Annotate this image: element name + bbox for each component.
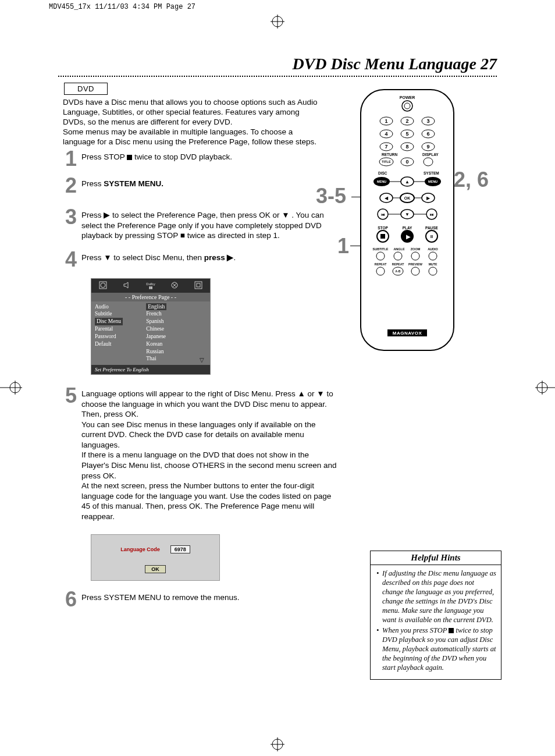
svg-text:DISC: DISC: [378, 171, 387, 175]
preference-page-osd: Dolby▮▮ - - Preference Page - - Audio Su…: [91, 278, 211, 375]
triangle-down-icon: ▽: [200, 356, 204, 364]
svg-text:AUDIO: AUDIO: [428, 247, 438, 251]
osd-footer: Set Preference To English: [91, 365, 210, 374]
osd-item: Default: [95, 340, 146, 348]
step-text: Press ▶ to select the Preference Page, t…: [81, 207, 337, 241]
osd-item: Password: [95, 333, 146, 340]
svg-rect-77: [380, 234, 385, 239]
svg-text:7: 7: [385, 144, 387, 150]
globe-icon: [99, 281, 107, 290]
stop-icon: [127, 155, 132, 160]
svg-text:REPEAT: REPEAT: [375, 262, 387, 266]
svg-text:PAUSE: PAUSE: [425, 226, 439, 230]
svg-text:ANGLE: ANGLE: [393, 247, 405, 251]
svg-text:2: 2: [405, 118, 408, 124]
hint-text: When you press STOP twice to stop DVD pl…: [382, 626, 496, 672]
svg-rect-19: [361, 90, 454, 350]
svg-text:▼: ▼: [405, 212, 410, 217]
text-bold: SYSTEM MENU.: [104, 179, 163, 188]
step-text: Press ▼ to select Disc Menu, then press …: [81, 249, 337, 270]
osd-item: French: [146, 310, 207, 318]
osd-icon-row: Dolby▮▮: [91, 279, 210, 293]
text: Disc Menu: [95, 318, 123, 325]
intro-p2: Some menus may be available in multiple …: [63, 127, 316, 146]
osd-item: Russian: [146, 348, 207, 356]
osd-item-selected: Disc Menu: [95, 318, 146, 325]
callout-3-5: 3-5: [316, 184, 346, 208]
dolby-text: Dolby: [146, 282, 155, 286]
language-code-osd: Language Code 6978 OK: [91, 534, 220, 581]
svg-text:MUTE: MUTE: [429, 262, 437, 266]
hints-body: • If adjusting the Disc menu language as…: [371, 565, 501, 679]
crop-mark-top: [271, 15, 284, 29]
step-number: 2: [58, 175, 81, 196]
intro-p1: DVDs have a Disc menu that allows you to…: [63, 98, 318, 126]
osd-item: Parental: [95, 325, 146, 333]
text: Press STOP: [81, 152, 127, 161]
svg-text:1: 1: [385, 118, 387, 124]
svg-text:MENU: MENU: [377, 180, 386, 183]
svg-text:A-B: A-B: [396, 269, 401, 273]
step-text: Press STOP twice to stop DVD playback.: [81, 148, 337, 169]
svg-text:▶: ▶: [406, 233, 411, 240]
svg-text:OK: OK: [404, 196, 411, 200]
svg-text:PLAY: PLAY: [403, 226, 412, 230]
step-6: 6 Press SYSTEM MENU to remove the menus.: [58, 589, 337, 610]
speaker-icon: [123, 281, 131, 290]
hint-text: If adjusting the Disc menu language as d…: [382, 569, 496, 624]
svg-text:MAGNAVOX: MAGNAVOX: [393, 331, 422, 336]
crop-mark-left: [0, 381, 22, 395]
svg-text:ZOOM: ZOOM: [411, 247, 421, 251]
svg-text:PREVIEW: PREVIEW: [408, 262, 422, 266]
osd-right-col: English French Spanish Chinese Japanese …: [146, 303, 207, 363]
text-bold: press ▶: [204, 253, 234, 262]
page-title: DVD Disc Menu Language 27: [292, 55, 497, 73]
text: At the next screen, press the Number but…: [81, 481, 331, 521]
svg-point-13: [101, 283, 105, 288]
text: You can see Disc menus in these language…: [81, 420, 316, 449]
disc-x-icon: [170, 281, 179, 290]
svg-text:⏭: ⏭: [430, 212, 434, 216]
svg-text:3: 3: [426, 118, 429, 124]
svg-text:6: 6: [426, 131, 429, 137]
language-code-value: 6978: [170, 545, 190, 553]
dvd-tag: DVD: [64, 83, 108, 95]
step-number: 3: [58, 207, 81, 241]
hint-item: • If adjusting the Disc menu language as…: [376, 569, 496, 624]
stop-icon: [449, 628, 454, 633]
text: English: [146, 303, 166, 311]
osd-item: Audio: [95, 303, 146, 311]
svg-rect-18: [197, 283, 200, 287]
svg-text:▶: ▶: [426, 196, 431, 201]
dotted-rule: [58, 76, 497, 77]
step-3: 3 Press ▶ to select the Preference Page,…: [58, 207, 337, 241]
step-text: Language options will appear to the righ…: [81, 385, 337, 521]
crop-mark-bottom: [271, 737, 284, 751]
settings-box-icon: [194, 281, 202, 290]
hints-title: Helpful Hints: [371, 551, 501, 565]
step-text: Press SYSTEM MENU.: [81, 175, 337, 196]
osd-item: Korean: [146, 340, 207, 348]
bullet-icon: •: [376, 626, 382, 672]
text: twice to stop DVD playback.: [132, 152, 232, 161]
step-number: 4: [58, 249, 81, 270]
language-code-label: Language Code: [120, 546, 160, 552]
osd-item: Japanese: [146, 333, 207, 340]
svg-text:5: 5: [405, 131, 408, 137]
svg-text:⏮: ⏮: [381, 212, 385, 216]
step-5: 5 Language options will appear to the ri…: [58, 385, 337, 521]
step-number: 1: [58, 148, 81, 169]
osd-item: Chinese: [146, 325, 207, 333]
svg-text:REPEAT: REPEAT: [392, 262, 404, 266]
step-1: 1 Press STOP twice to stop DVD playback.: [58, 148, 337, 169]
svg-text:SUBTITLE: SUBTITLE: [373, 247, 389, 251]
svg-text:9: 9: [426, 144, 429, 150]
crop-mark-right: [535, 381, 555, 395]
osd-title: - - Preference Page - -: [91, 293, 210, 301]
text: Press ▼ to select Disc Menu, then: [81, 253, 204, 262]
remote-control: POWER 1 2 3 4 5 6 7 8 9 0 RETURN DISPLAY…: [357, 86, 457, 354]
helpful-hints-box: Helpful Hints • If adjusting the Disc me…: [370, 551, 501, 680]
svg-text:◀: ◀: [385, 196, 389, 201]
osd-item: Subtitle: [95, 310, 146, 318]
power-label: POWER: [400, 95, 415, 100]
